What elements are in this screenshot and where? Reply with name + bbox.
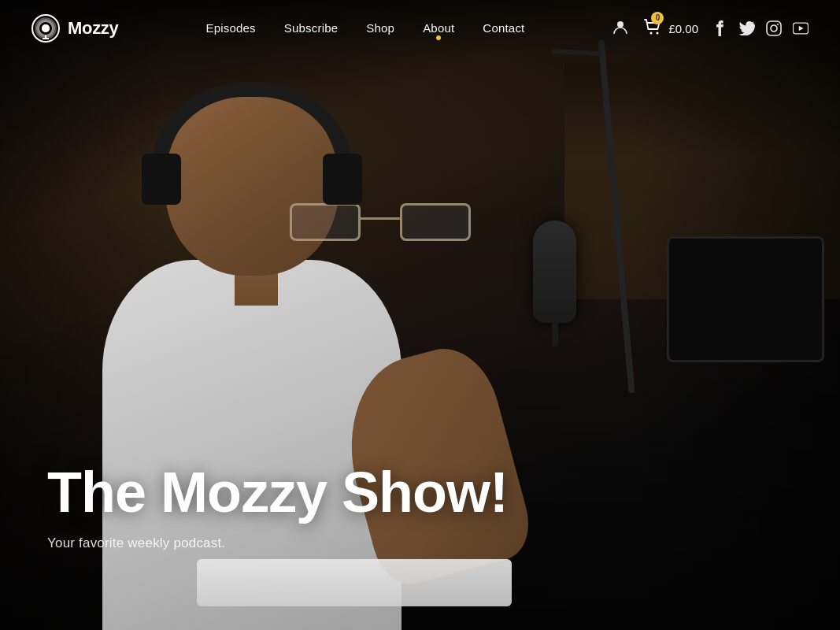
- nav-link-subscribe[interactable]: Subscribe: [284, 21, 339, 35]
- user-account-icon[interactable]: [612, 18, 629, 39]
- glasses: [290, 203, 471, 243]
- navbar: Mozzy Episodes Subscribe Shop About Cont…: [0, 0, 840, 57]
- svg-point-0: [42, 24, 50, 32]
- svg-point-6: [650, 32, 653, 34]
- user-icon-svg: [612, 18, 629, 35]
- svg-point-9: [771, 25, 777, 32]
- svg-point-10: [777, 24, 779, 25]
- active-indicator-dot: [436, 35, 441, 40]
- social-icons: [712, 20, 809, 36]
- svg-point-5: [617, 21, 624, 28]
- instagram-icon[interactable]: [766, 20, 782, 36]
- cart-price: £0.00: [668, 22, 698, 35]
- nav-links: Episodes Subscribe Shop About Contact: [205, 21, 524, 35]
- nav-link-contact[interactable]: Contact: [483, 21, 524, 35]
- facebook-icon[interactable]: [712, 20, 728, 36]
- hero-content: The Mozzy Show! Your favorite weekly pod…: [47, 463, 508, 551]
- youtube-icon[interactable]: [793, 20, 809, 36]
- glasses-bridge: [361, 217, 400, 220]
- twitter-icon[interactable]: [739, 20, 755, 36]
- logo-icon: [31, 14, 60, 43]
- headphone-left-ear: [142, 154, 181, 205]
- svg-rect-8: [767, 21, 781, 35]
- nav-link-episodes[interactable]: Episodes: [205, 21, 255, 35]
- hero-title: The Mozzy Show!: [47, 463, 508, 523]
- nav-item-about[interactable]: About: [423, 21, 454, 35]
- nav-link-about[interactable]: About: [423, 21, 454, 35]
- glasses-right-lens: [400, 203, 471, 241]
- logo-text: Mozzy: [68, 18, 119, 39]
- svg-point-2: [35, 18, 56, 39]
- svg-point-1: [39, 21, 53, 35]
- monitor-decoration: [667, 236, 824, 362]
- glasses-left-lens: [290, 203, 361, 241]
- logo-link[interactable]: Mozzy: [31, 14, 119, 43]
- nav-item-shop[interactable]: Shop: [366, 21, 394, 35]
- cart-badge: 0: [651, 12, 664, 24]
- nav-link-shop[interactable]: Shop: [366, 21, 394, 35]
- nav-item-contact[interactable]: Contact: [483, 21, 524, 35]
- podcast-icon: [35, 17, 57, 39]
- microphone: [533, 220, 576, 323]
- svg-point-7: [657, 32, 659, 34]
- headphone-right-ear: [323, 154, 362, 205]
- nav-item-subscribe[interactable]: Subscribe: [284, 21, 339, 35]
- nav-actions: 0 £0.00: [612, 18, 809, 39]
- keyboard: [197, 559, 512, 606]
- hero-subtitle: Your favorite weekly podcast.: [47, 536, 508, 551]
- nav-item-episodes[interactable]: Episodes: [205, 21, 255, 35]
- cart-button[interactable]: 0 £0.00: [643, 18, 698, 39]
